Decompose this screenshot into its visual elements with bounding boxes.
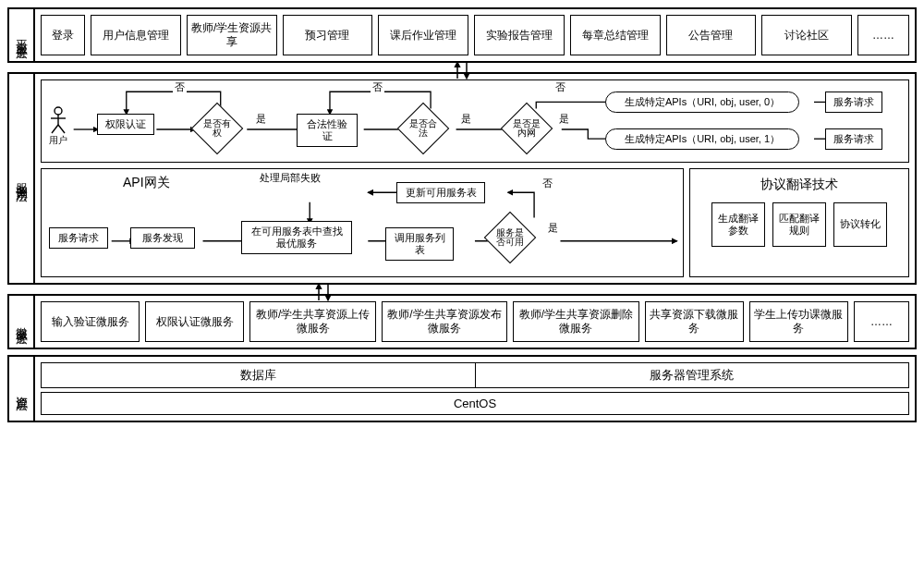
gw-partial-fail: 处理局部失败 [260, 171, 321, 185]
svg-point-9 [55, 107, 62, 115]
decision-available: 服务是否可用 [484, 212, 537, 264]
api-gateway-title: API网关 [123, 175, 170, 191]
platform-item: 公告管理 [666, 15, 757, 55]
node-service-request-1: 服务请求 [825, 128, 882, 150]
gw-call-list: 调用服务列表 [385, 227, 454, 261]
layer-invoke: 服务调用层 [7, 72, 917, 285]
node-service-request-0: 服务请求 [825, 92, 882, 113]
platform-item: 课后作业管理 [378, 15, 468, 55]
micro-item: 教师/学生共享资源上传微服务 [249, 301, 375, 342]
micro-item: 学生上传功课微服务 [749, 301, 848, 342]
user-icon: 用户 [45, 106, 71, 145]
node-api1: 生成特定APIs（URI, obj, user, 1） [605, 128, 799, 150]
micro-item: 输入验证微服务 [41, 301, 140, 342]
platform-item: 实验报告管理 [474, 15, 565, 55]
protocol-p1: 生成翻译参数 [711, 202, 765, 247]
platform-item: 登录 [41, 15, 85, 55]
platform-item-more: …… [857, 15, 909, 55]
platform-item: 每章总结管理 [570, 15, 661, 55]
micro-row: 输入验证微服务 权限认证微服务 教师/学生共享资源上传微服务 教师/学生共享资源… [41, 301, 909, 342]
protocol-panel: 协议翻译技术 生成翻译参数 匹配翻译规则 协议转化 [689, 168, 909, 277]
flow-no-2: 否 [371, 80, 384, 94]
flow-yes-2: 是 [459, 112, 473, 126]
layer-resource-label: 资源层 [9, 357, 35, 421]
platform-item: 预习管理 [283, 15, 373, 55]
platform-item: 用户信息管理 [91, 15, 181, 55]
micro-item: 教师/学生共享资源删除微服务 [513, 301, 638, 342]
micro-item: 教师/学生共享资源发布微服务 [382, 301, 507, 342]
resource-server-mgmt: 服务器管理系统 [475, 362, 910, 388]
protocol-p2: 匹配翻译规则 [772, 202, 826, 247]
platform-item: 讨论社区 [761, 15, 852, 55]
layer-invoke-body: 否 是 否 是 否 是 用户 权限认证 是否有权 合法性验证 [35, 74, 915, 283]
micro-item: 共享资源下载微服务 [645, 301, 744, 342]
node-validity: 合法性验证 [297, 114, 358, 147]
gw-discovery: 服务发现 [130, 227, 195, 249]
resource-os: CentOS [41, 392, 909, 415]
protocol-p3: 协议转化 [833, 202, 887, 247]
layer-invoke-label: 服务调用层 [9, 74, 35, 283]
gateway-protocol-row: API网关 [41, 168, 909, 277]
layer-platform-body: 登录 用户信息管理 教师/学生资源共享 预习管理 课后作业管理 实验报告管理 每… [35, 9, 915, 61]
layer-resource-body: 数据库 服务器管理系统 CentOS [35, 357, 915, 421]
node-auth: 权限认证 [97, 114, 154, 135]
flow-panel: 否 是 否 是 否 是 用户 权限认证 是否有权 合法性验证 [41, 79, 909, 163]
gw-yes: 是 [546, 221, 560, 235]
flow-no-1: 否 [173, 80, 187, 94]
svg-line-12 [52, 125, 58, 133]
gw-find-best: 在可用服务表中查找最优服务 [241, 221, 352, 254]
flow-yes-1: 是 [254, 112, 268, 126]
decision-is-intranet: 是否是内网 [501, 103, 553, 155]
layer-micro-label: 微服务层 [9, 296, 35, 348]
flow-no-3: 否 [553, 80, 567, 94]
layer-platform-label: 平台服务层 [9, 9, 35, 61]
api-gateway-panel: API网关 [41, 168, 684, 277]
micro-item: 权限认证微服务 [145, 301, 244, 342]
platform-item: 教师/学生资源共享 [187, 15, 277, 55]
platform-row: 登录 用户信息管理 教师/学生资源共享 预习管理 课后作业管理 实验报告管理 每… [41, 15, 909, 55]
svg-line-13 [58, 125, 65, 133]
layer-micro: 微服务层 输入验证微服务 权限认证微服务 教师/学生共享资源上传微服务 教师/学… [7, 294, 917, 349]
decision-is-valid: 是否合法 [397, 103, 450, 155]
flow-yes-3: 是 [557, 112, 571, 126]
layer-resource: 资源层 数据库 服务器管理系统 CentOS [7, 355, 917, 422]
gw-update-table: 更新可用服务表 [396, 182, 485, 203]
layer-micro-body: 输入验证微服务 权限认证微服务 教师/学生共享资源上传微服务 教师/学生共享资源… [35, 296, 915, 348]
resource-top-row: 数据库 服务器管理系统 [41, 362, 909, 388]
node-api0: 生成特定APIs（URI, obj, user, 0） [605, 92, 799, 113]
resource-db: 数据库 [41, 362, 475, 388]
protocol-title: 协议翻译技术 [698, 177, 901, 193]
gw-no: 否 [541, 177, 554, 190]
user-label: 用户 [49, 135, 67, 145]
gw-service-request: 服务请求 [49, 227, 108, 249]
layer-platform: 平台服务层 登录 用户信息管理 教师/学生资源共享 预习管理 课后作业管理 实验… [7, 7, 917, 63]
decision-has-right: 是否有权 [191, 103, 244, 155]
micro-item-more: …… [854, 301, 909, 342]
